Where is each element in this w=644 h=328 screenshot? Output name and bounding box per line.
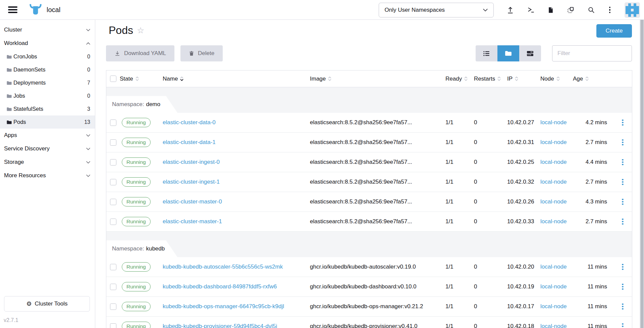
sidebar-subitem-label: Deployments xyxy=(13,80,46,86)
pod-age: 2.7 mins xyxy=(573,179,613,185)
pod-image: ghcr.io/kubedb/kubedb-autoscaler:v0.19.0 xyxy=(310,264,445,270)
cluster-tools-button[interactable]: ⚙ Cluster Tools xyxy=(4,296,90,312)
row-actions-kebab[interactable] xyxy=(620,178,625,186)
namespace-filter-select[interactable]: Only User Namespaces xyxy=(379,3,494,17)
table-row: Running elastic-cluster-master-1 elastic… xyxy=(106,212,632,232)
pod-name-link[interactable]: elastic-cluster-ingest-1 xyxy=(163,179,220,185)
overflow-menu-icon[interactable] xyxy=(608,6,612,14)
pod-name-link[interactable]: elastic-cluster-master-1 xyxy=(163,218,222,225)
sidebar-item-apps[interactable]: Apps xyxy=(0,129,95,142)
sidebar-item-deployments[interactable]: Deployments 7 xyxy=(0,76,95,89)
row-checkbox[interactable] xyxy=(110,303,116,310)
column-header-name[interactable]: Name xyxy=(163,76,310,82)
folder-icon xyxy=(505,51,512,56)
download-yaml-button[interactable]: Download YAML xyxy=(106,45,174,61)
table-row: Running elastic-cluster-ingest-1 elastic… xyxy=(106,172,632,192)
top-bar: local Only User Namespaces xyxy=(0,0,644,20)
node-link[interactable]: local-node xyxy=(540,264,567,270)
sidebar-item-cronjobs[interactable]: CronJobs 0 xyxy=(0,50,95,63)
node-link[interactable]: local-node xyxy=(540,283,567,290)
node-link[interactable]: local-node xyxy=(540,303,567,310)
sidebar-item-pods[interactable]: Pods 13 xyxy=(0,115,95,129)
row-checkbox[interactable] xyxy=(110,159,116,166)
pod-name-link[interactable]: kubedb-kubedb-dashboard-84987fddf5-rxfw6 xyxy=(163,283,277,290)
pod-ready: 1/1 xyxy=(445,283,474,290)
row-actions-kebab[interactable] xyxy=(620,283,625,291)
import-yaml-icon[interactable] xyxy=(506,6,514,14)
row-actions-kebab[interactable] xyxy=(620,322,625,328)
row-actions-kebab[interactable] xyxy=(620,138,625,146)
sidebar-item-daemonsets[interactable]: DaemonSets 0 xyxy=(0,63,95,76)
menu-icon[interactable] xyxy=(8,6,17,13)
pod-name-link[interactable]: elastic-cluster-ingest-0 xyxy=(163,159,220,165)
sidebar-item-service-discovery[interactable]: Service Discovery xyxy=(0,142,95,155)
pod-age: 4.3 mins xyxy=(573,198,613,205)
row-checkbox[interactable] xyxy=(110,199,116,205)
row-checkbox[interactable] xyxy=(110,139,116,146)
delete-button[interactable]: Delete xyxy=(180,45,223,61)
column-header-node[interactable]: Node xyxy=(540,76,573,82)
sort-icon xyxy=(515,76,518,81)
sidebar-subitem-count: 3 xyxy=(87,106,90,112)
node-link[interactable]: local-node xyxy=(540,119,567,126)
pod-name-link[interactable]: kubedb-kubedb-ops-manager-66479c95cb-k9d… xyxy=(163,303,284,310)
row-actions-kebab[interactable] xyxy=(620,263,625,271)
user-avatar[interactable] xyxy=(625,2,640,18)
sort-icon xyxy=(464,76,468,81)
row-checkbox[interactable] xyxy=(110,219,116,225)
row-checkbox[interactable] xyxy=(110,323,116,328)
row-checkbox[interactable] xyxy=(110,264,116,270)
create-button[interactable]: Create xyxy=(596,24,632,38)
column-header-restarts[interactable]: Restarts xyxy=(474,76,507,82)
rancher-logo[interactable] xyxy=(29,4,42,16)
node-link[interactable]: local-node xyxy=(540,139,567,145)
sidebar-item-storage[interactable]: Storage xyxy=(0,155,95,169)
sidebar-subitem-label: StatefulSets xyxy=(13,106,43,112)
column-header-age[interactable]: Age xyxy=(573,76,613,82)
config-view-toggle[interactable] xyxy=(519,45,541,61)
kubectl-shell-icon[interactable] xyxy=(527,6,535,14)
sidebar-item-workload[interactable]: Workload xyxy=(0,37,95,50)
row-checkbox[interactable] xyxy=(110,284,116,290)
sidebar-item-statefulsets[interactable]: StatefulSets 3 xyxy=(0,102,95,115)
row-checkbox[interactable] xyxy=(110,120,116,126)
search-icon[interactable] xyxy=(587,6,595,14)
pod-name-link[interactable]: kubedb-kubedb-provisioner-59d94f5bc4-dvl… xyxy=(163,323,277,328)
chevron-down-icon xyxy=(86,161,90,163)
node-link[interactable]: local-node xyxy=(540,198,567,205)
row-actions-kebab[interactable] xyxy=(620,302,625,311)
pod-ip: 10.42.0.20 xyxy=(507,264,540,270)
node-link[interactable]: local-node xyxy=(540,323,567,328)
pod-ip: 10.42.0.32 xyxy=(507,179,540,185)
pod-name-link[interactable]: elastic-cluster-master-0 xyxy=(163,198,222,205)
vertical-scrollbar[interactable] xyxy=(639,20,644,328)
column-header-image[interactable]: Image xyxy=(310,76,445,82)
kubeconfig-file-icon[interactable] xyxy=(547,6,554,14)
select-all-checkbox[interactable] xyxy=(110,76,116,82)
folder-icon xyxy=(7,120,12,124)
column-header-ip[interactable]: IP xyxy=(507,76,540,82)
group-by-namespace-toggle[interactable] xyxy=(497,45,519,61)
row-actions-kebab[interactable] xyxy=(620,158,625,166)
column-header-state[interactable]: State xyxy=(120,76,163,82)
node-link[interactable]: local-node xyxy=(540,179,567,185)
row-actions-kebab[interactable] xyxy=(620,218,625,226)
pod-name-link[interactable]: kubedb-kubedb-autoscaler-55b6c556c5-ws2m… xyxy=(163,264,283,270)
sidebar-item-cluster[interactable]: Cluster xyxy=(0,23,95,37)
filter-input[interactable] xyxy=(552,45,632,61)
favorite-star-icon[interactable]: ☆ xyxy=(137,26,144,35)
row-checkbox[interactable] xyxy=(110,179,116,185)
node-link[interactable]: local-node xyxy=(540,218,567,225)
column-header-ready[interactable]: Ready xyxy=(445,76,474,82)
pod-name-link[interactable]: elastic-cluster-data-0 xyxy=(163,119,216,126)
row-actions-kebab[interactable] xyxy=(620,198,625,206)
copy-kubeconfig-icon[interactable] xyxy=(567,6,575,14)
pod-name-link[interactable]: elastic-cluster-data-1 xyxy=(163,139,216,145)
sidebar-item-jobs[interactable]: Jobs 0 xyxy=(0,89,95,102)
scrollbar-thumb[interactable] xyxy=(640,20,644,328)
sidebar-item-more-resources[interactable]: More Resources xyxy=(0,169,95,182)
pod-image: elasticsearch:8.5.2@sha256:9ee7fa57... xyxy=(310,218,445,225)
list-view-toggle[interactable] xyxy=(476,45,497,61)
row-actions-kebab[interactable] xyxy=(620,119,625,127)
node-link[interactable]: local-node xyxy=(540,159,567,165)
